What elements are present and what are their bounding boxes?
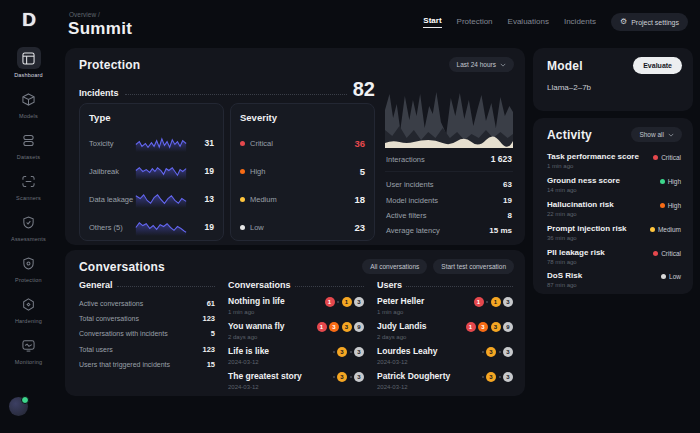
severity-badges: 33 xyxy=(482,347,514,357)
tab-protection[interactable]: Protection xyxy=(457,17,493,28)
project-settings-label: Project settings xyxy=(631,19,679,26)
stat-label: Model incidents xyxy=(386,196,438,205)
stat-value: 63 xyxy=(503,180,512,189)
severity-dot-icon xyxy=(653,251,658,256)
sparkline-chart xyxy=(135,163,187,180)
severity-badges: 113 xyxy=(474,297,514,307)
tab-start[interactable]: Start xyxy=(423,16,441,28)
activity-item[interactable]: DoS Risk 87 min ago Low xyxy=(547,268,681,292)
activity-time: 36 min ago xyxy=(547,235,627,241)
stat-value: 123 xyxy=(202,345,215,354)
protection-title: Protection xyxy=(79,58,140,72)
app-logo[interactable]: D xyxy=(22,9,35,31)
type-value: 13 xyxy=(205,194,214,204)
user-item[interactable]: Lourdes Leahy 2024-03-12 33 xyxy=(377,346,513,365)
conversations-column-title: Conversations xyxy=(228,280,291,290)
conversation-time: 2024-03-12 xyxy=(228,359,269,365)
general-column: General Active conversations 61 Total co… xyxy=(79,280,215,396)
type-row: Toxicity 31 xyxy=(89,129,214,157)
severity-chip-label: Critical xyxy=(661,250,681,257)
project-settings-button[interactable]: ⚙ Project settings xyxy=(611,13,688,31)
activity-time: 1 min ago xyxy=(547,163,639,169)
sidebar-label: Monitoring xyxy=(15,359,43,365)
tab-incidents[interactable]: Incidents xyxy=(564,17,596,28)
severity-card-title: Severity xyxy=(240,112,365,123)
type-label: Jailbreak xyxy=(89,167,135,176)
medium-dot-icon xyxy=(240,197,245,202)
start-test-conversation-button[interactable]: Start test conversation xyxy=(433,259,514,274)
severity-label: Low xyxy=(250,223,264,232)
user-item[interactable]: Judy Landis 2 days ago 1339 xyxy=(377,321,513,340)
sidebar-item-datasets[interactable]: Datasets xyxy=(17,129,41,160)
evaluate-button[interactable]: Evaluate xyxy=(633,57,682,74)
sidebar-item-protection[interactable]: Protection xyxy=(15,252,42,283)
activity-item[interactable]: Prompt injection risk 36 min ago Medium xyxy=(547,220,681,244)
dotted-leader xyxy=(406,286,513,287)
activity-filter-dropdown[interactable]: Show all xyxy=(631,127,682,142)
stat-label: Average latency xyxy=(386,226,440,235)
page-title: Summit xyxy=(68,19,132,39)
conversation-item[interactable]: Life is like 2024-03-12 33 xyxy=(228,346,364,365)
severity-card: Severity Critical 36 High 5 Medium xyxy=(230,103,375,241)
sidebar-label: Scanners xyxy=(16,195,41,201)
activity-title: Activity xyxy=(547,128,592,142)
time-filter-dropdown[interactable]: Last 24 hours xyxy=(449,57,514,72)
online-status-icon xyxy=(21,396,29,404)
activity-time: 22 min ago xyxy=(547,211,614,217)
severity-row: Critical 36 xyxy=(240,129,365,157)
stat-label: User incidents xyxy=(386,180,434,189)
user-avatar[interactable] xyxy=(9,397,28,416)
breadcrumb[interactable]: Overview / xyxy=(69,11,100,18)
scanners-icon xyxy=(17,170,41,192)
sidebar-item-models[interactable]: Models xyxy=(17,88,41,119)
conversation-item[interactable]: You wanna fly 2 days ago 1339 xyxy=(228,321,364,340)
activity-item[interactable]: Ground ness score 14 min ago High xyxy=(547,173,681,197)
assessments-icon xyxy=(17,211,41,233)
conversations-title: Conversations xyxy=(79,260,165,274)
sidebar-item-dashboard[interactable]: Dashboard xyxy=(14,47,43,78)
sidebar-label: Datasets xyxy=(17,154,40,160)
sidebar-item-hardening[interactable]: Hardening xyxy=(15,293,42,324)
incidents-label: Incidents xyxy=(79,88,119,98)
conversation-item[interactable]: The greatest story 2024-03-12 33 xyxy=(228,371,364,390)
dotted-leader xyxy=(125,94,347,95)
user-item[interactable]: Patrick Dougherty 2024-03-12 33 xyxy=(377,371,513,390)
type-value: 19 xyxy=(205,166,214,176)
sidebar-label: Dashboard xyxy=(14,72,43,78)
users-column: Users Peter Heller 1 min ago 113 Judy La… xyxy=(377,280,513,396)
severity-chip-label: High xyxy=(668,202,681,209)
tab-evaluations[interactable]: Evaluations xyxy=(508,17,549,28)
sidebar-item-monitoring[interactable]: Monitoring xyxy=(15,334,43,365)
sidebar-item-scanners[interactable]: Scanners xyxy=(16,170,41,201)
sidebar-item-assessments[interactable]: Assessments xyxy=(11,211,46,242)
chevron-down-icon xyxy=(668,133,674,137)
severity-chip: High xyxy=(660,178,681,185)
conversation-title: You wanna fly xyxy=(228,321,285,331)
all-conversations-button[interactable]: All conversations xyxy=(362,259,427,274)
stat-value: 61 xyxy=(207,299,215,308)
severity-label: High xyxy=(250,167,265,176)
user-item[interactable]: Peter Heller 1 min ago 113 xyxy=(377,296,513,315)
hardening-icon xyxy=(17,293,41,315)
severity-row: Low 23 xyxy=(240,213,365,241)
conversation-title: Nothing in life xyxy=(228,296,285,306)
user-time: 2024-03-12 xyxy=(377,359,437,365)
conversation-item[interactable]: Nothing in life 1 min ago 113 xyxy=(228,296,364,315)
severity-dot-icon xyxy=(661,274,666,279)
conversation-time: 1 min ago xyxy=(228,309,285,315)
models-icon xyxy=(17,88,41,110)
top-nav: Start Protection Evaluations Incidents ⚙… xyxy=(423,13,688,31)
stat-row: Model incidents 19 xyxy=(385,192,513,207)
stat-value: 19 xyxy=(503,196,512,205)
conversation-time: 2 days ago xyxy=(228,334,285,340)
type-row: Others (5) 19 xyxy=(89,213,214,241)
interactions-area-chart xyxy=(385,86,513,148)
activity-item[interactable]: PII leakage risk 78 min ago Critical xyxy=(547,244,681,268)
severity-label: Critical xyxy=(250,139,273,148)
users-column-title: Users xyxy=(377,280,402,290)
type-label: Data leakage xyxy=(89,195,135,204)
activity-item[interactable]: Hallucination risk 22 min ago High xyxy=(547,197,681,221)
general-stat-row: Active conversations 61 xyxy=(79,296,215,311)
activity-item[interactable]: Task performance score 1 min ago Critica… xyxy=(547,149,681,173)
type-label: Toxicity xyxy=(89,139,135,148)
